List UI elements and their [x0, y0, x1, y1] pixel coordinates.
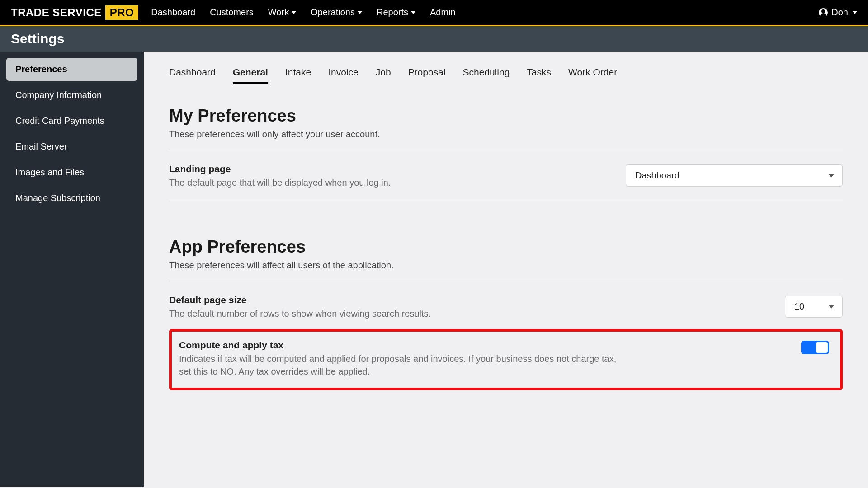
landing-page-select[interactable]: Dashboard [626, 164, 843, 187]
user-menu[interactable]: Don [819, 7, 857, 18]
sidebar-item-label: Images and Files [15, 167, 84, 177]
sidebar-item-label: Email Server [15, 141, 67, 151]
user-icon [819, 8, 828, 17]
tab-dashboard[interactable]: Dashboard [169, 62, 216, 84]
chevron-down-icon [829, 174, 834, 177]
select-value: Dashboard [635, 170, 679, 181]
tab-label: Proposal [408, 67, 446, 77]
pref-right: 10 [785, 295, 843, 318]
nav-operations[interactable]: Operations [311, 7, 362, 18]
my-preferences-heading: My Preferences [169, 106, 843, 126]
nav-label: Dashboard [151, 7, 195, 18]
pref-left: Compute and apply tax Indicates if tax w… [179, 340, 801, 378]
tab-job[interactable]: Job [376, 62, 391, 84]
settings-title: Settings [11, 31, 64, 47]
sidebar-item-preferences[interactable]: Preferences [6, 58, 137, 81]
tab-label: Intake [285, 67, 311, 77]
nav-reports[interactable]: Reports [377, 7, 415, 18]
caret-down-icon [358, 11, 362, 14]
sidebar-item-label: Manage Subscription [15, 193, 100, 203]
sidebar-item-label: Preferences [15, 64, 67, 74]
tab-intake[interactable]: Intake [285, 62, 311, 84]
select-value: 10 [794, 301, 804, 312]
app-preferences-heading: App Preferences [169, 237, 843, 257]
tab-tasks[interactable]: Tasks [527, 62, 551, 84]
nav-items: Dashboard Customers Work Operations Repo… [151, 7, 819, 18]
divider [169, 281, 843, 281]
nav-label: Customers [210, 7, 254, 18]
tab-label: Dashboard [169, 67, 216, 77]
toggle-knob [816, 342, 828, 353]
logo-pro-badge: PRO [105, 5, 139, 20]
chevron-down-icon [829, 305, 834, 308]
pref-right: Dashboard [626, 164, 843, 187]
pref-left: Landing page The default page that will … [169, 164, 626, 189]
user-name: Don [831, 7, 848, 18]
tab-work-order[interactable]: Work Order [568, 62, 617, 84]
tab-label: Job [376, 67, 391, 77]
caret-down-icon [292, 11, 296, 14]
my-preferences-sub: These preferences will only affect your … [169, 129, 843, 140]
pref-desc: The default page that will be displayed … [169, 176, 612, 189]
page-size-select[interactable]: 10 [785, 296, 843, 318]
pref-desc: The default number of rows to show when … [169, 307, 612, 320]
tab-scheduling[interactable]: Scheduling [462, 62, 509, 84]
tab-label: General [233, 67, 268, 77]
pref-title: Compute and apply tax [179, 340, 801, 351]
settings-header: Settings [0, 26, 868, 52]
sidebar-item-credit-card-payments[interactable]: Credit Card Payments [6, 109, 137, 132]
nav-dashboard[interactable]: Dashboard [151, 7, 195, 18]
sidebar-item-manage-subscription[interactable]: Manage Subscription [6, 187, 137, 210]
pref-title: Landing page [169, 164, 626, 174]
pref-title: Default page size [169, 295, 785, 305]
layout: Preferences Company Information Credit C… [0, 52, 868, 487]
nav-label: Reports [377, 7, 408, 18]
nav-label: Admin [430, 7, 456, 18]
sidebar: Preferences Company Information Credit C… [0, 52, 144, 487]
nav-label: Work [268, 7, 289, 18]
caret-down-icon [853, 11, 857, 14]
nav-customers[interactable]: Customers [210, 7, 254, 18]
tab-label: Work Order [568, 67, 617, 77]
tab-label: Scheduling [462, 67, 509, 77]
sidebar-item-label: Company Information [15, 90, 102, 100]
pref-row-landing-page: Landing page The default page that will … [169, 161, 843, 202]
logo-text: TRADE SERVICE [11, 6, 102, 19]
logo[interactable]: TRADE SERVICE PRO [11, 5, 138, 20]
sidebar-item-email-server[interactable]: Email Server [6, 135, 137, 158]
tab-label: Invoice [328, 67, 359, 77]
pref-desc: Indicates if tax will be computed and ap… [179, 352, 622, 378]
nav-admin[interactable]: Admin [430, 7, 456, 18]
sidebar-item-company-information[interactable]: Company Information [6, 84, 137, 107]
tab-invoice[interactable]: Invoice [328, 62, 359, 84]
nav-label: Operations [311, 7, 355, 18]
compute-tax-toggle[interactable] [801, 341, 829, 354]
nav-work[interactable]: Work [268, 7, 296, 18]
sidebar-item-label: Credit Card Payments [15, 116, 104, 126]
top-nav: TRADE SERVICE PRO Dashboard Customers Wo… [0, 0, 868, 26]
tab-general[interactable]: General [233, 62, 268, 84]
app-preferences-sub: These preferences will affect all users … [169, 260, 843, 271]
tab-proposal[interactable]: Proposal [408, 62, 446, 84]
sidebar-item-images-and-files[interactable]: Images and Files [6, 161, 137, 184]
main-content: Dashboard General Intake Invoice Job Pro… [144, 52, 868, 487]
pref-row-compute-tax-highlighted: Compute and apply tax Indicates if tax w… [169, 329, 843, 390]
pref-left: Default page size The default number of … [169, 295, 785, 320]
caret-down-icon [411, 11, 415, 14]
divider [169, 150, 843, 150]
pref-tabs: Dashboard General Intake Invoice Job Pro… [169, 62, 843, 84]
tab-label: Tasks [527, 67, 551, 77]
pref-row-default-page-size: Default page size The default number of … [169, 292, 843, 328]
